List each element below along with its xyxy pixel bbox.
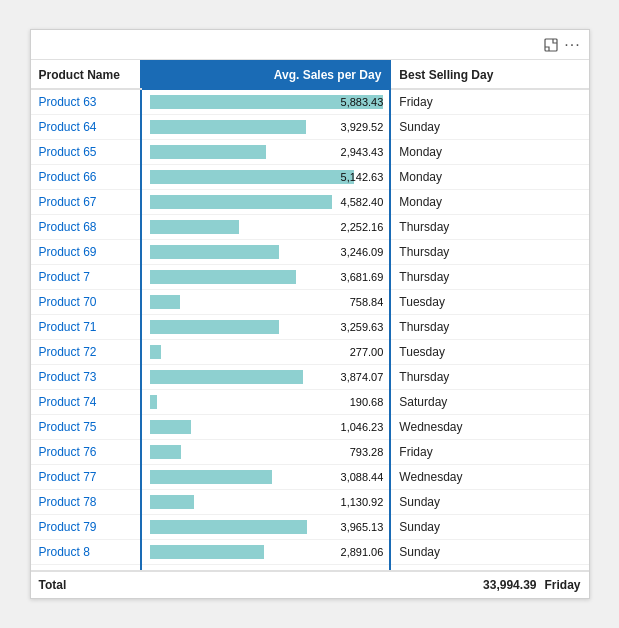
- bar-value: 1,046.23: [341, 421, 384, 433]
- footer-avg: 33,994.39: [149, 578, 545, 592]
- bar-value: 3,874.07: [341, 371, 384, 383]
- cell-name: Product 74: [31, 390, 141, 415]
- bar-value: 2,943.43: [341, 146, 384, 158]
- cell-avg: 3,259.63: [141, 315, 391, 340]
- table-row: Product 635,883.43Friday: [31, 89, 589, 115]
- cell-name: Product 76: [31, 440, 141, 465]
- cell-day: Monday: [390, 190, 588, 215]
- cell-name: Product 73: [31, 365, 141, 390]
- bar-value: 5,142.63: [341, 171, 384, 183]
- bar-value: 793.28: [350, 446, 384, 458]
- cell-avg: 1,130.92: [141, 490, 391, 515]
- cell-avg: 3,088.44: [141, 465, 391, 490]
- cell-avg: 2,252.16: [141, 215, 391, 240]
- widget-header: ···: [31, 30, 589, 60]
- cell-avg: 3,246.09: [141, 240, 391, 265]
- expand-icon[interactable]: [543, 37, 559, 53]
- bar-value: 758.84: [350, 296, 384, 308]
- cell-name: Product 8: [31, 540, 141, 565]
- table-row: Product 693,246.09Thursday: [31, 240, 589, 265]
- cell-avg: 4,582.40: [141, 190, 391, 215]
- cell-avg: 5,883.43: [141, 89, 391, 115]
- bar-value: 4,582.40: [341, 196, 384, 208]
- col-header-day: Best Selling Day: [390, 61, 588, 89]
- table-row: Product 652,943.43Monday: [31, 140, 589, 165]
- cell-avg: 3,874.07: [141, 365, 391, 390]
- cell-avg: 3,929.52: [141, 115, 391, 140]
- cell-name: Product 7: [31, 265, 141, 290]
- cell-day: Wednesday: [390, 415, 588, 440]
- cell-day: Tuesday: [390, 290, 588, 315]
- bar-value: 2,252.16: [341, 221, 384, 233]
- cell-day: Thursday: [390, 365, 588, 390]
- bar-value: 3,246.09: [341, 246, 384, 258]
- cell-avg: 277.00: [141, 340, 391, 365]
- bar-value: 5,883.43: [341, 96, 384, 108]
- table-row: Product 665,142.63Monday: [31, 165, 589, 190]
- cell-name: Product 71: [31, 315, 141, 340]
- cell-name: Product 68: [31, 215, 141, 240]
- cell-day: Friday: [390, 89, 588, 115]
- cell-name: Product 77: [31, 465, 141, 490]
- bar-value: 3,259.63: [341, 321, 384, 333]
- cell-name: Product 63: [31, 89, 141, 115]
- cell-avg: 758.84: [141, 290, 391, 315]
- cell-name: Product 79: [31, 515, 141, 540]
- cell-avg: 2,943.43: [141, 140, 391, 165]
- table-row: Product 76793.28Friday: [31, 440, 589, 465]
- table-row: Product 674,582.40Monday: [31, 190, 589, 215]
- bar-value: 190.68: [350, 396, 384, 408]
- data-table: Product Name Avg. Sales per Day Best Sel…: [31, 60, 589, 570]
- bar-value: 3,681.69: [341, 271, 384, 283]
- cell-day: Monday: [390, 140, 588, 165]
- table-row: Product 793,965.13Sunday: [31, 515, 589, 540]
- bar-value: 1,130.92: [341, 496, 384, 508]
- drag-handle[interactable]: [298, 38, 322, 42]
- table-row: Product 82,891.06Sunday: [31, 540, 589, 565]
- cell-avg: 3,681.69: [141, 265, 391, 290]
- table-row: Product 751,046.23Wednesday: [31, 415, 589, 440]
- cell-name: Product 75: [31, 415, 141, 440]
- more-options-icon[interactable]: ···: [565, 37, 581, 53]
- footer-day: Friday: [544, 578, 580, 592]
- cell-day: Thursday: [390, 265, 588, 290]
- table-row: Product 72277.00Tuesday: [31, 340, 589, 365]
- cell-day: Thursday: [390, 240, 588, 265]
- col-header-avg: Avg. Sales per Day: [141, 61, 391, 89]
- bar-value: 277.00: [350, 346, 384, 358]
- cell-day: Saturday: [390, 390, 588, 415]
- table-row: Product 733,874.07Thursday: [31, 365, 589, 390]
- table-wrapper[interactable]: Product Name Avg. Sales per Day Best Sel…: [31, 60, 589, 570]
- table-row: Product 643,929.52Sunday: [31, 115, 589, 140]
- cell-day: Sunday: [390, 540, 588, 565]
- cell-avg: 1,046.23: [141, 415, 391, 440]
- bar-value: 3,965.13: [341, 521, 384, 533]
- cell-name: Product 65: [31, 140, 141, 165]
- widget-container: ··· Product Name Avg. Sales per Day Best…: [30, 29, 590, 599]
- cell-name: Product 72: [31, 340, 141, 365]
- cell-day: Tuesday: [390, 340, 588, 365]
- cell-day: Sunday: [390, 115, 588, 140]
- cell-day: Sunday: [390, 490, 588, 515]
- cell-day: Friday: [390, 440, 588, 465]
- cell-name: Product 67: [31, 190, 141, 215]
- table-row: Product 773,088.44Wednesday: [31, 465, 589, 490]
- cell-name: Product 78: [31, 490, 141, 515]
- cell-name: Product 66: [31, 165, 141, 190]
- cell-avg: 3,965.13: [141, 515, 391, 540]
- table-row: Product 74190.68Saturday: [31, 390, 589, 415]
- col-header-name: Product Name: [31, 61, 141, 89]
- table-row: Product 70758.84Tuesday: [31, 290, 589, 315]
- cell-day: Thursday: [390, 315, 588, 340]
- table-row: Product 781,130.92Sunday: [31, 490, 589, 515]
- cell-avg: 5,142.63: [141, 165, 391, 190]
- cell-avg: 793.28: [141, 440, 391, 465]
- bar-value: 3,088.44: [341, 471, 384, 483]
- cell-day: Wednesday: [390, 465, 588, 490]
- table-row: Product 682,252.16Thursday: [31, 215, 589, 240]
- cell-day: Monday: [390, 165, 588, 190]
- cell-avg: 2,891.06: [141, 540, 391, 565]
- cell-name: Product 69: [31, 240, 141, 265]
- svg-rect-0: [545, 39, 557, 51]
- table-row: Product 73,681.69Thursday: [31, 265, 589, 290]
